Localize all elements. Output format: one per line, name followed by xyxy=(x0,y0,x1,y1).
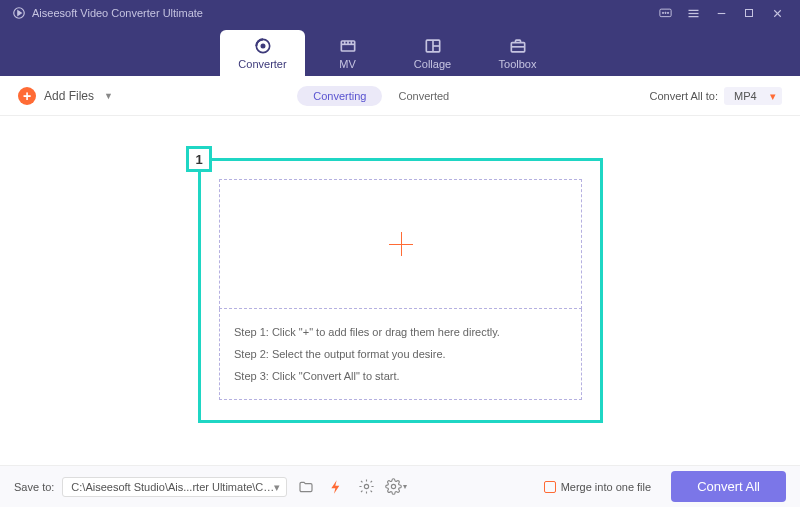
save-to-label: Save to: xyxy=(14,481,54,493)
checkbox-icon xyxy=(544,481,556,493)
app-title: Aiseesoft Video Converter Ultimate xyxy=(32,7,203,19)
convert-all-button[interactable]: Convert All xyxy=(671,471,786,502)
add-cross-icon xyxy=(381,224,421,264)
open-folder-icon[interactable] xyxy=(295,476,317,498)
add-files-label: Add Files xyxy=(44,89,94,103)
status-converted[interactable]: Converted xyxy=(382,86,465,106)
step-2: Step 2: Select the output format you des… xyxy=(234,343,567,365)
status-converting[interactable]: Converting xyxy=(297,86,382,106)
maximize-icon[interactable] xyxy=(738,2,760,24)
tab-toolbox[interactable]: Toolbox xyxy=(475,30,560,76)
svg-point-26 xyxy=(392,484,396,488)
footer-bar: Save to: C:\Aiseesoft Studio\Ais...rter … xyxy=(0,465,800,507)
instructions: Step 1: Click "+" to add files or drag t… xyxy=(219,309,582,400)
sub-toolbar: + Add Files ▼ Converting Converted Conve… xyxy=(0,76,800,116)
chevron-down-icon: ▼ xyxy=(104,91,113,101)
tab-converter[interactable]: Converter xyxy=(220,30,305,76)
format-select[interactable]: MP4 xyxy=(724,87,782,105)
svg-marker-1 xyxy=(18,11,21,16)
svg-point-3 xyxy=(662,12,663,13)
tab-label: MV xyxy=(339,58,356,70)
tab-collage[interactable]: Collage xyxy=(390,30,475,76)
tab-label: Converter xyxy=(238,58,286,70)
close-icon[interactable] xyxy=(766,2,788,24)
callout-badge: 1 xyxy=(186,146,212,172)
feedback-icon[interactable] xyxy=(654,2,676,24)
app-logo-icon xyxy=(12,6,26,20)
svg-point-25 xyxy=(364,484,368,488)
tab-label: Collage xyxy=(414,58,451,70)
gpu-accel-off-icon[interactable] xyxy=(355,476,377,498)
save-path-select[interactable]: C:\Aiseesoft Studio\Ais...rter Ultimate\… xyxy=(62,477,287,497)
main-nav: Converter MV Collage Toolbox xyxy=(0,26,800,76)
minimize-icon[interactable] xyxy=(710,2,732,24)
convert-all-to-label: Convert All to: xyxy=(650,90,718,102)
settings-icon[interactable]: ▾ xyxy=(385,476,407,498)
svg-point-5 xyxy=(667,12,668,13)
step-1: Step 1: Click "+" to add files or drag t… xyxy=(234,321,567,343)
tab-label: Toolbox xyxy=(499,58,537,70)
tab-mv[interactable]: MV xyxy=(305,30,390,76)
tutorial-highlight: 1 Step 1: Click "+" to add files or drag… xyxy=(198,158,603,423)
svg-rect-10 xyxy=(746,10,753,17)
add-files-button[interactable]: + Add Files ▼ xyxy=(18,87,113,105)
plus-icon: + xyxy=(18,87,36,105)
svg-point-4 xyxy=(664,12,665,13)
gpu-accel-on-icon[interactable] xyxy=(325,476,347,498)
step-3: Step 3: Click "Convert All" to start. xyxy=(234,365,567,387)
svg-point-14 xyxy=(261,44,264,47)
merge-label: Merge into one file xyxy=(561,481,652,493)
merge-checkbox[interactable]: Merge into one file xyxy=(544,481,652,493)
menu-icon[interactable] xyxy=(682,2,704,24)
main-content: 1 Step 1: Click "+" to add files or drag… xyxy=(0,116,800,465)
file-dropzone[interactable] xyxy=(219,179,582,309)
titlebar: Aiseesoft Video Converter Ultimate xyxy=(0,0,800,26)
